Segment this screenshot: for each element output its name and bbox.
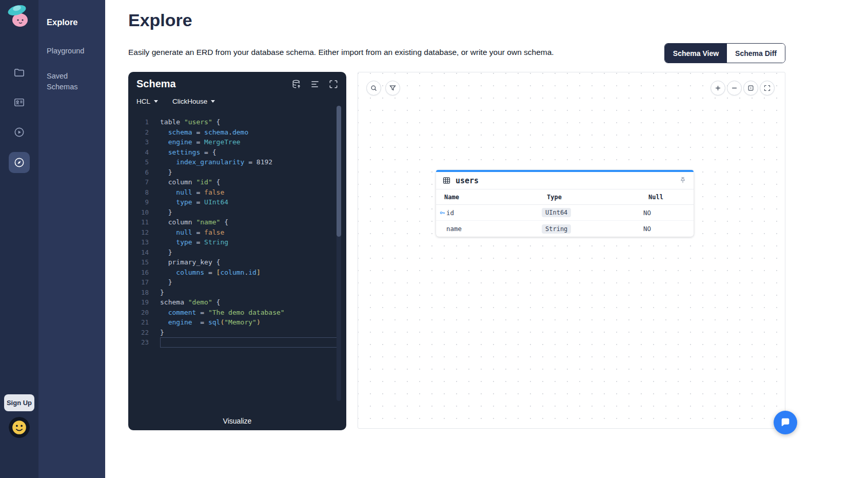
column-type-badge: UInt64 (542, 208, 571, 217)
projects-nav-button[interactable] (9, 62, 30, 83)
code-line: 21 engine = sql("Memory") (128, 317, 346, 328)
code-line: 7 column "id" { (128, 177, 346, 187)
column-name: id (446, 209, 454, 217)
view-toggle: Schema View Schema Diff (664, 43, 785, 63)
editor-title: Schema (136, 78, 176, 90)
column-null: NO (643, 225, 694, 233)
code-line: 15 primary_key { (128, 257, 346, 267)
plus-icon (714, 84, 722, 92)
table-card-header[interactable]: users (436, 172, 694, 189)
minus-icon (731, 84, 738, 92)
zoom-in-button[interactable] (711, 81, 725, 95)
code-line: 8 null = false (128, 187, 346, 198)
fit-view-button[interactable] (743, 81, 758, 95)
code-line: 16 columns = [column.id] (128, 267, 346, 278)
signup-button[interactable]: Sign Up (4, 394, 34, 411)
chevron-down-icon (154, 100, 158, 103)
chevron-down-icon (211, 100, 215, 103)
database-import-icon (291, 79, 302, 89)
code-line: 2 schema = schema.demo (128, 127, 346, 138)
format-code-button[interactable] (309, 79, 321, 90)
explore-nav-button[interactable] (9, 152, 30, 173)
column-name: name (446, 225, 462, 233)
user-avatar[interactable] (9, 417, 30, 438)
code-line: 14 } (128, 247, 346, 258)
column-null: NO (643, 209, 694, 217)
column-type-badge: String (542, 224, 571, 234)
code-line: 9 type = UInt64 (128, 197, 346, 207)
canvas-filter-button[interactable] (385, 81, 400, 95)
schema-editor-panel: Schema (128, 72, 346, 430)
filter-icon (389, 84, 397, 92)
pin-table-button[interactable] (678, 176, 687, 185)
code-line: 19schema "demo" { (128, 297, 346, 308)
compass-icon (13, 157, 25, 168)
code-line: 18} (128, 288, 346, 298)
chat-icon (780, 417, 791, 428)
code-line: 12 null = false (128, 227, 346, 238)
code-line: 5 index_granularity = 8192 (128, 157, 346, 167)
chat-launcher[interactable] (774, 411, 797, 434)
play-circle-icon (13, 126, 25, 138)
code-line: 1table "users" { (128, 117, 346, 127)
expand-editor-button[interactable] (328, 79, 339, 90)
table-column-headers: Name Type Null (436, 189, 694, 205)
fit-view-icon (747, 84, 755, 92)
erd-row: nameStringNO (436, 221, 694, 237)
secondary-sidebar: Explore PlaygroundSaved Schemas (38, 0, 105, 478)
dialect-select[interactable]: ClickHouse (172, 98, 215, 105)
subnav-item-saved-schemas[interactable]: Saved Schemas (47, 71, 97, 92)
folder-icon (13, 67, 25, 79)
language-select[interactable]: HCL (136, 98, 158, 105)
logo-image (5, 3, 33, 31)
erd-table-card[interactable]: users Name Type Null idUInt64NOnameStrin… (436, 170, 694, 237)
table-icon (442, 176, 451, 185)
code-line: 11 column "name" { (128, 217, 346, 227)
code-line: 4 settings = { (128, 147, 346, 158)
code-line: 22} (128, 328, 346, 338)
code-line: 6 } (128, 167, 346, 178)
column-header-type: Type (547, 194, 648, 201)
search-icon (370, 84, 378, 92)
editor-selects: HCL ClickHouse (136, 98, 215, 105)
visualize-button[interactable]: Visualize (128, 417, 346, 425)
primary-key-icon (439, 209, 446, 216)
atlas-logo[interactable] (5, 3, 33, 31)
code-line: 23 (128, 337, 346, 348)
canvas-fullscreen-button[interactable] (760, 81, 775, 95)
contacts-nav-button[interactable] (9, 92, 30, 113)
import-schema-button[interactable] (291, 79, 302, 90)
erd-rows: idUInt64NOnameStringNO (436, 205, 694, 237)
code-line: 17 } (128, 277, 346, 288)
erd-row: idUInt64NO (436, 205, 694, 221)
code-editor[interactable]: 1table "users" {2 schema = schema.demo3 … (128, 117, 346, 410)
page-title: Explore (128, 10, 192, 30)
code-line: 13 type = String (128, 237, 346, 247)
avatar-image (9, 417, 30, 438)
subnav-item-playground[interactable]: Playground (47, 46, 97, 56)
code-line: 3 engine = MergeTree (128, 137, 346, 147)
column-header-null: Null (648, 194, 694, 201)
table-name: users (456, 176, 479, 185)
fullscreen-icon (328, 79, 339, 89)
editor-toolbar (291, 79, 339, 90)
schema-diff-toggle-button[interactable]: Schema Diff (727, 44, 785, 63)
main-content: Explore Easily generate an ERD from your… (105, 0, 868, 478)
page-description: Easily generate an ERD from your databas… (128, 48, 641, 57)
schema-view-toggle-button[interactable]: Schema View (665, 44, 727, 63)
editor-scrollbar-thumb[interactable] (337, 106, 341, 237)
playground-nav-button[interactable] (9, 122, 30, 143)
subnav-title: Explore (47, 17, 97, 27)
pin-icon (679, 176, 687, 184)
app-root: Sign Up Explore PlaygroundSaved Schemas … (0, 0, 868, 478)
align-left-icon (310, 79, 320, 89)
canvas-search-button[interactable] (366, 81, 381, 95)
erd-canvas[interactable]: users Name Type Null idUInt64NOnameStrin… (358, 72, 785, 429)
language-select-value: HCL (136, 98, 150, 105)
code-line: 20 comment = "The demo database" (128, 308, 346, 318)
subnav-items: PlaygroundSaved Schemas (47, 46, 97, 92)
code-line: 10 } (128, 207, 346, 218)
zoom-out-button[interactable] (727, 81, 742, 95)
dialect-select-value: ClickHouse (172, 98, 207, 105)
id-card-icon (13, 97, 25, 108)
